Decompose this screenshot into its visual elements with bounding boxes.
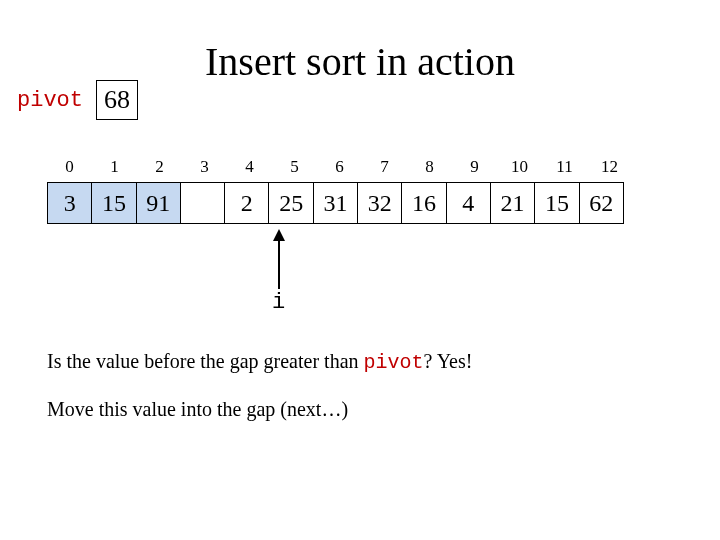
array-index: 1 [92,157,137,177]
caption-line-1: Is the value before the gap greater than… [47,350,680,374]
array-cell: 16 [401,182,445,224]
array-cell: 21 [490,182,534,224]
array-index: 2 [137,157,182,177]
slide-title: Insert sort in action [0,38,720,85]
array-index: 7 [362,157,407,177]
array-cell: 91 [136,182,180,224]
array-cell: 15 [534,182,578,224]
caption-1-post: ? Yes! [424,350,473,372]
array-cell: 15 [91,182,135,224]
array-index: 10 [497,157,542,177]
array-cell: 31 [313,182,357,224]
array-index: 4 [227,157,272,177]
array-index: 12 [587,157,632,177]
slide: Insert sort in action pivot 68 012345678… [0,0,720,540]
index-row: 0123456789101112 [47,157,632,177]
array-cell: 3 [47,182,91,224]
caption-line-2: Move this value into the gap (next…) [47,398,680,421]
array-row: 315912253132164211562 [47,182,624,224]
array-index: 6 [317,157,362,177]
array-cell: 32 [357,182,401,224]
svg-marker-1 [273,229,285,241]
array-cell: 25 [268,182,312,224]
array-cell: 4 [446,182,490,224]
array-index: 0 [47,157,92,177]
array-index: 8 [407,157,452,177]
pivot-label: pivot [17,88,83,113]
caption-1-pre: Is the value before the gap greater than [47,350,364,372]
arrow-up-icon [271,229,287,295]
array-index: 11 [542,157,587,177]
caption-1-pivot-keyword: pivot [364,351,424,374]
array-cell: 2 [224,182,268,224]
array-index: 3 [182,157,227,177]
i-label: i [272,290,285,315]
array-index: 5 [272,157,317,177]
array-index: 9 [452,157,497,177]
pivot-box: 68 [96,80,138,120]
array-cell: 62 [579,182,624,224]
array-cell-gap [180,182,224,224]
